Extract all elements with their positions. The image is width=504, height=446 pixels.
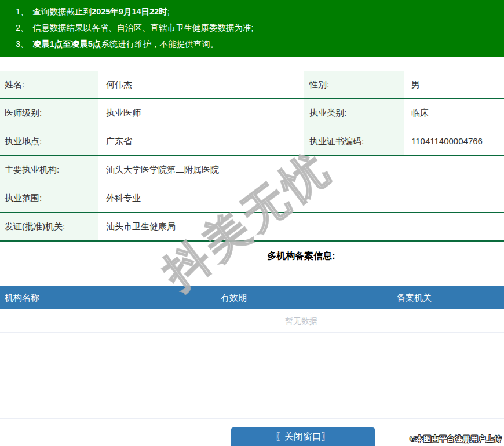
field-label-main-institution: 主要执业机构: xyxy=(0,156,98,184)
notice-text-bold: 2025年9月14日22时 xyxy=(92,7,167,16)
column-header-validity-period: 有效期 xyxy=(214,286,390,309)
notice-text: 系统进行维护，不能提供查询。 xyxy=(101,39,218,49)
records-empty-area xyxy=(0,333,504,419)
info-row-level-category: 医师级别: 执业医师 执业类别: 临床 xyxy=(0,99,504,127)
column-header-filing-authority: 备案机关 xyxy=(390,286,504,309)
field-label-name: 姓名: xyxy=(0,71,98,98)
notice-number: 2、 xyxy=(16,23,29,32)
notice-number: 3、 xyxy=(16,39,29,49)
notice-number: 1、 xyxy=(16,7,29,16)
field-label-practice-location: 执业地点: xyxy=(0,127,98,155)
close-window-button[interactable]: 〖关闭窗口〗 xyxy=(231,427,375,446)
records-table-header: 机构名称 有效期 备案机关 xyxy=(0,286,504,309)
field-value-practice-scope: 外科专业 xyxy=(98,184,504,212)
field-value-gender: 男 xyxy=(404,71,504,98)
field-value-name: 何伟杰 xyxy=(98,71,304,98)
records-empty-state: 暂无数据 xyxy=(0,309,504,333)
field-value-main-institution: 汕头大学医学院第二附属医院 xyxy=(98,156,504,184)
info-row-location-certno: 执业地点: 广东省 执业证书编码: 110411400004766 xyxy=(0,127,504,156)
notice-banner: 1、查询数据截止到2025年9月14日22时; 2、信息数据结果以各省、自治区、… xyxy=(0,0,504,57)
field-label-doctor-level: 医师级别: xyxy=(0,99,98,127)
notice-line-1: 1、查询数据截止到2025年9月14日22时; xyxy=(0,3,504,20)
field-label-gender: 性别: xyxy=(304,71,404,98)
field-value-issuing-authority: 汕头市卫生健康局 xyxy=(98,213,504,240)
field-value-certificate-number: 110411400004766 xyxy=(404,127,504,155)
field-label-certificate-number: 执业证书编码: xyxy=(304,127,404,155)
column-header-institution-name: 机构名称 xyxy=(0,286,214,309)
info-row-practice-scope: 执业范围: 外科专业 xyxy=(0,184,504,213)
upload-attribution-watermark: ©本图由平台注册用户上传 xyxy=(410,434,502,444)
field-label-practice-scope: 执业范围: xyxy=(0,184,98,212)
info-row-name-gender: 姓名: 何伟杰 性别: 男 xyxy=(0,71,504,99)
field-label-practice-category: 执业类别: xyxy=(304,99,404,127)
notice-text: ; xyxy=(167,7,170,16)
field-label-issuing-authority: 发证(批准)机关: xyxy=(0,213,98,240)
notice-text: 查询数据截止到 xyxy=(33,7,92,16)
info-row-main-institution: 主要执业机构: 汕头大学医学院第二附属医院 xyxy=(0,156,504,184)
field-value-practice-location: 广东省 xyxy=(98,127,304,155)
notice-line-2: 2、信息数据结果以各省、自治区、直辖市卫生健康委数据为准; xyxy=(0,20,504,36)
doctor-info-table: 姓名: 何伟杰 性别: 男 医师级别: 执业医师 执业类别: 临床 执业地点: … xyxy=(0,71,504,242)
notice-line-3: 3、凌晨1点至凌晨5点系统进行维护，不能提供查询。 xyxy=(0,36,504,52)
info-row-issuing-authority: 发证(批准)机关: 汕头市卫生健康局 xyxy=(0,213,504,242)
notice-text: 信息数据结果以各省、自治区、直辖市卫生健康委数据为准; xyxy=(33,23,254,32)
multi-institution-section-title: 多机构备案信息: xyxy=(0,242,504,270)
notice-text-bold: 凌晨1点至凌晨5点 xyxy=(33,39,101,49)
field-value-practice-category: 临床 xyxy=(404,99,504,127)
field-value-doctor-level: 执业医师 xyxy=(98,99,304,127)
